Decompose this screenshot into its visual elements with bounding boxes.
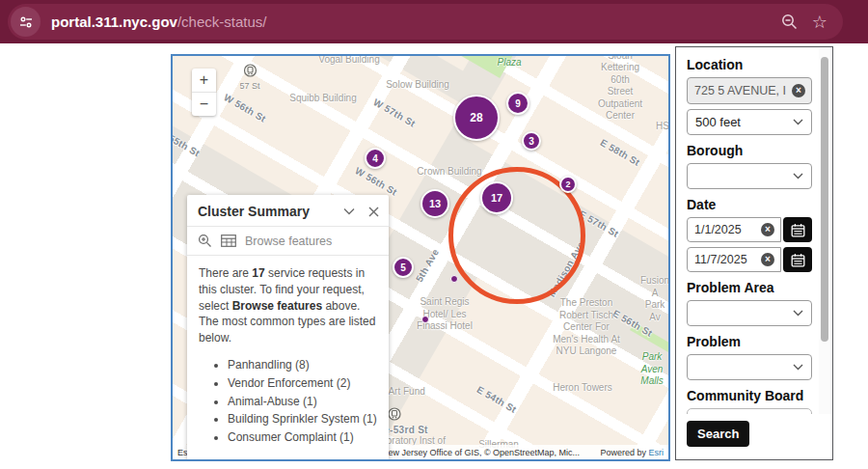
clear-icon <box>792 84 805 97</box>
panel-scrollbar-thumb[interactable] <box>821 57 828 342</box>
request-point[interactable] <box>421 316 429 323</box>
close-icon[interactable] <box>368 207 379 217</box>
location-clear-button[interactable] <box>786 84 811 97</box>
community-board-label: Community Board <box>687 388 832 403</box>
filter-panel: Location 725 5 AVENUE, I 500 feet Boroug… <box>675 46 833 460</box>
date-end-input[interactable]: 11/7/2025 <box>687 247 781 272</box>
search-button[interactable]: Search <box>687 421 749 447</box>
complaint-type-item: Animal-Abuse (1) <box>228 394 377 410</box>
radius-select[interactable]: 500 feet <box>687 109 812 135</box>
place-label: Heron Towers <box>553 382 612 395</box>
date-end-clear-button[interactable] <box>755 253 780 266</box>
borough-label: Borough <box>687 143 832 158</box>
subway-station-icon <box>243 64 257 77</box>
date-label: Date <box>687 197 832 212</box>
url-text: portal.311.nyc.gov/check-status/ <box>51 14 266 30</box>
bookmark-star-icon[interactable]: ☆ <box>812 14 827 31</box>
popup-title: Cluster Summary <box>198 204 330 219</box>
location-input[interactable]: 725 5 AVENUE, I <box>687 77 812 104</box>
complaint-type-item: Vendor Enforcement (2) <box>228 375 377 392</box>
calendar-icon <box>791 223 805 237</box>
request-point[interactable] <box>450 275 458 283</box>
cluster-marker[interactable]: 3 <box>522 131 541 151</box>
tune-icon <box>18 14 34 30</box>
site-settings-button[interactable] <box>11 7 41 37</box>
map-zoom-in-button[interactable]: + <box>192 69 216 92</box>
chevron-down-icon <box>793 119 803 125</box>
cluster-marker[interactable]: 5 <box>393 257 414 278</box>
date-start-calendar-button[interactable] <box>783 217 812 242</box>
cluster-summary-popup: Cluster Summary <box>187 195 389 461</box>
calendar-icon <box>791 253 805 267</box>
cluster-marker[interactable]: 28 <box>453 95 500 141</box>
chevron-down-icon <box>793 173 803 179</box>
url-host: portal.311.nyc.gov <box>51 14 177 30</box>
chevron-down-icon <box>793 310 803 317</box>
date-start-input[interactable]: 1/1/2025 <box>687 217 781 242</box>
street-label: e-53rd St <box>384 425 428 435</box>
problem-area-select[interactable] <box>687 300 812 326</box>
place-label: Saint Regis Hotel/ Les Finassi Hotel <box>417 296 473 333</box>
place-label: Memorial Sloan Kettering 60th Street Out… <box>596 54 644 123</box>
address-bar[interactable]: portal.311.nyc.gov/check-status/ ☆ <box>8 4 843 40</box>
date-start-clear-button[interactable] <box>755 223 780 236</box>
cluster-marker[interactable]: 9 <box>506 92 529 115</box>
problem-label: Problem <box>687 334 832 349</box>
place-label: Squibb Building <box>289 93 357 105</box>
complaint-type-item: Panhandling (8) <box>228 357 377 373</box>
popup-body: There are 17 service requests in this cl… <box>187 256 389 461</box>
collapse-chevron-icon[interactable] <box>343 207 355 215</box>
cluster-marker[interactable]: 4 <box>365 148 386 169</box>
place-label: Vogal Building <box>318 54 379 66</box>
map-zoom-control: + − <box>192 69 216 116</box>
place-label: The Preston Robert Tisch Center For Men'… <box>553 297 620 358</box>
clear-icon <box>761 253 774 266</box>
cluster-count: 17 <box>252 266 264 280</box>
subway-station-icon <box>388 407 401 421</box>
place-label: HS <box>656 121 669 133</box>
complaint-type-item: Building Sprinkler System (1) <box>228 411 377 428</box>
map-zoom-out-button[interactable]: − <box>192 93 216 116</box>
panel-scrollbar-track[interactable] <box>819 48 831 414</box>
zoom-to-icon[interactable] <box>198 234 212 248</box>
clear-icon <box>761 223 774 236</box>
date-end-calendar-button[interactable] <box>783 247 812 272</box>
complaint-type-list: Panhandling (8)Vendor Enforcement (2)Ani… <box>199 357 377 446</box>
borough-select[interactable] <box>687 163 812 189</box>
place-label: Plaza <box>497 57 521 69</box>
cluster-marker[interactable]: 13 <box>420 189 449 218</box>
community-board-select[interactable] <box>687 408 812 414</box>
cluster-marker[interactable]: 17 <box>480 181 513 214</box>
complaint-type-item: Consumer Complaint (1) <box>228 429 377 446</box>
place-label: Park Aven Malls <box>640 351 663 388</box>
problem-select[interactable] <box>687 354 812 380</box>
map-canvas[interactable]: W 57th StW 56th StW 56th St55th StE 58th… <box>171 54 670 461</box>
problem-area-label: Problem Area <box>687 280 832 295</box>
station-label: 57 St <box>239 81 259 91</box>
cluster-marker[interactable]: 2 <box>559 176 577 193</box>
url-path: /check-status/ <box>177 14 267 30</box>
place-label: Solow Building <box>386 79 449 92</box>
place-label: Crown Building <box>417 166 481 179</box>
place-label: Fusion A Park Av <box>640 275 669 323</box>
subway-station-marker: 57 St <box>239 64 259 91</box>
subway-station-marker <box>388 407 401 425</box>
filter-panel-scroll-area: Location 725 5 AVENUE, I 500 feet Boroug… <box>676 47 832 414</box>
browser-toolbar: portal.311.nyc.gov/check-status/ ☆ <box>0 0 868 43</box>
esri-link[interactable]: Esri <box>649 448 665 457</box>
table-icon <box>221 234 236 247</box>
browse-features-link[interactable]: Browse features <box>245 234 332 248</box>
location-label: Location <box>687 57 832 72</box>
zoom-out-icon[interactable] <box>780 13 799 31</box>
chevron-down-icon <box>793 364 803 371</box>
